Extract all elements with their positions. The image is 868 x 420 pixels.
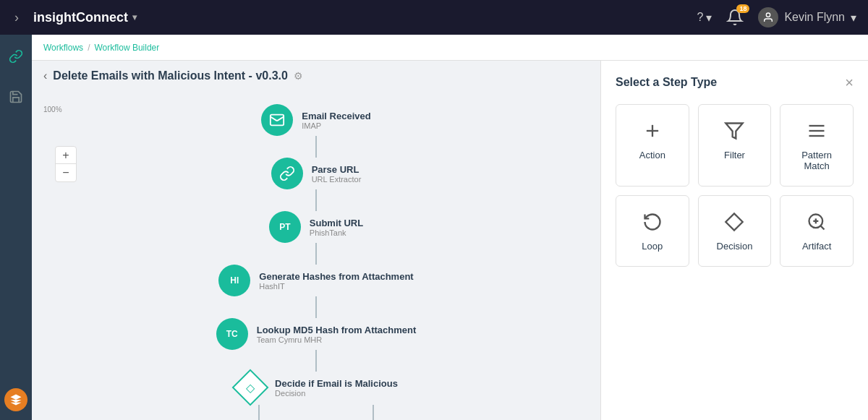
help-icon: ? [697,11,704,24]
node-subtitle-submit-url: PhishTank [310,228,363,237]
workflow-title: Delete Emails with Malicious Intent - v0… [53,69,288,82]
breadcrumb-separator: / [88,43,90,53]
help-caret: ▾ [706,11,712,25]
panel-close-button[interactable]: × [845,75,854,90]
node-icon-email [261,104,293,136]
node-title-email: Email Received [302,111,370,121]
save-icon [9,90,23,104]
breadcrumb-workflows[interactable]: Workflows [43,43,83,53]
panel-header: Select a Step Type × [616,75,854,90]
node-title-parse-url: Parse URL [312,164,362,175]
svg-marker-9 [726,213,743,230]
breadcrumb: Workflows / Workflow Builder [32,35,868,61]
step-type-action[interactable]: Action [616,104,689,187]
action-icon [642,119,663,142]
pattern-match-label: Pattern Match [789,150,844,171]
node-info-lookup-md5: Lookup MD5 Hash from Attachment Team Cym… [257,325,417,344]
node-generate-hashes[interactable]: HI Generate Hashes from Attachment HashI… [218,265,413,296]
connector-4 [315,296,317,318]
canvas-header: ‹ Delete Emails with Malicious Intent - … [32,61,600,91]
step-types-grid: Action Filter [616,104,854,267]
node-info-email: Email Received IMAP [302,111,370,130]
top-navigation: › insightConnect ▾ ? ▾ 18 Kevin Flynn ▾ [0,0,868,35]
node-parse-url[interactable]: Parse URL URL Extractor [271,158,362,189]
node-row-decision: ◇ Decide if Email is Malicious Decision [234,372,398,420]
rapid7-icon [9,393,22,406]
svg-rect-2 [271,115,284,126]
artifact-label: Artifact [802,241,831,252]
canvas-area: ‹ Delete Emails with Malicious Intent - … [32,61,600,420]
svg-line-11 [821,226,825,229]
node-lookup-md5[interactable]: TC Lookup MD5 Hash from Attachment Team … [216,318,417,350]
node-row-lookup-md5: TC Lookup MD5 Hash from Attachment Team … [216,318,417,372]
parse-url-icon [279,166,295,181]
node-info-generate-hashes: Generate Hashes from Attachment HashIT [259,271,413,291]
main-area: Workflows / Workflow Builder ‹ Delete Em… [32,35,868,420]
user-name: Kevin Flynn [784,11,845,24]
branch-line-yes [258,405,316,420]
loop-label: Loop [642,241,663,252]
back-button[interactable]: ‹ [43,69,47,82]
node-icon-parse-url [271,158,303,189]
sidebar-bottom-logo [4,388,27,411]
connector-5 [315,350,317,372]
node-icon-lookup-md5: TC [216,318,248,350]
connector-3 [315,243,317,265]
connector-1 [315,136,317,158]
node-decide-malicious[interactable]: ◇ Decide if Email is Malicious Decision [234,372,398,403]
node-row-submit-url: PT Submit URL PhishTank [269,211,363,265]
app-name: insightConnect [33,10,128,25]
node-title-lookup-md5: Lookup MD5 Hash from Attachment [257,325,417,335]
user-menu[interactable]: Kevin Flynn ▾ [758,7,856,27]
node-row-generate-hashes: HI Generate Hashes from Attachment HashI… [218,265,413,318]
step-type-pattern-match[interactable]: Pattern Match [780,104,854,187]
step-type-decision[interactable]: Decision [698,195,772,267]
loop-icon [642,210,663,233]
artifact-icon [807,210,827,233]
decision-branch-lines [258,405,374,420]
node-initials-lookup-md5: TC [226,329,238,339]
link-icon [9,49,23,64]
node-title-decision: Decide if Email is Malicious [275,378,398,389]
nav-icons: ? ▾ 18 Kevin Flynn ▾ [697,7,857,27]
node-email-received[interactable]: Email Received IMAP [261,104,370,136]
step-type-artifact[interactable]: Artifact [780,195,854,267]
node-icon-submit-url: PT [269,211,301,243]
node-info-decision: Decide if Email is Malicious Decision [275,378,398,398]
svg-marker-5 [726,124,743,139]
sidebar-item-save[interactable] [3,84,29,110]
user-avatar [758,7,778,27]
node-subtitle-generate-hashes: HashIT [259,282,413,291]
decision-label: Decision [717,241,753,252]
sidebar-toggle[interactable]: › [12,7,22,28]
node-title-generate-hashes: Generate Hashes from Attachment [259,271,413,282]
notification-badge: 18 [736,4,749,13]
sidebar-item-link[interactable] [3,43,29,69]
node-info-submit-url: Submit URL PhishTank [310,218,363,237]
email-icon [269,112,285,128]
breadcrumb-workflow-builder[interactable]: Workflow Builder [94,43,159,53]
step-type-loop[interactable]: Loop [616,195,689,267]
help-button[interactable]: ? ▾ [697,11,712,25]
node-subtitle-email: IMAP [302,121,370,130]
node-icon-decision: ◇ [234,372,266,403]
settings-gear-icon[interactable]: ⚙ [294,70,303,82]
app-logo[interactable]: insightConnect ▾ [33,10,137,25]
step-type-panel: Select a Step Type × Action [600,61,868,420]
node-submit-url[interactable]: PT Submit URL PhishTank [269,211,363,243]
step-type-filter[interactable]: Filter [698,104,772,187]
node-row-parse-url: Parse URL URL Extractor [271,158,362,211]
decision-icon [724,210,744,233]
node-subtitle-lookup-md5: Team Cymru MHR [257,335,417,344]
node-subtitle-parse-url: URL Extractor [312,175,362,184]
node-title-submit-url: Submit URL [310,218,363,228]
panel-title: Select a Step Type [616,76,717,89]
notifications-button[interactable]: 18 [726,9,744,26]
filter-icon [724,119,744,142]
filter-label: Filter [724,150,745,160]
pattern-match-icon [807,119,827,142]
node-icon-generate-hashes: HI [218,265,250,296]
left-sidebar [0,35,32,420]
branch-line-no [316,405,374,420]
workflow-nodes: Email Received IMAP [32,97,600,420]
